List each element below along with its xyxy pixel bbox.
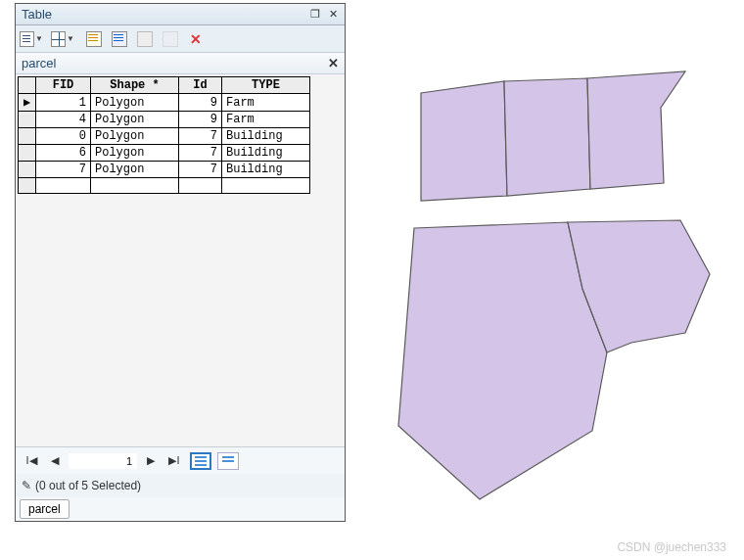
cell-shape[interactable]: Polygon [91, 112, 179, 128]
last-record-button[interactable]: ▶I [164, 452, 184, 470]
cell-type[interactable]: Building [222, 162, 310, 178]
layer-header: parcel ✕ [16, 53, 345, 74]
layer-close-button[interactable]: ✕ [328, 56, 339, 70]
show-selected-button[interactable] [217, 452, 239, 470]
cell-shape[interactable]: Polygon [91, 94, 179, 112]
row-selector[interactable]: ▶ [19, 94, 36, 112]
cell-fid[interactable]: 1 [36, 94, 91, 112]
cell-type[interactable]: Building [222, 128, 310, 145]
table-row[interactable]: 0Polygon7Building [19, 128, 310, 145]
table-header-row: FID Shape * Id TYPE [19, 77, 310, 94]
prev-record-button[interactable]: ◀ [45, 452, 65, 470]
show-all-button[interactable] [190, 452, 211, 470]
table-empty-row [19, 178, 310, 194]
cell-fid[interactable]: 6 [36, 145, 91, 162]
column-header[interactable]: Id [179, 77, 222, 94]
svg-rect-3 [222, 456, 234, 458]
cell-type[interactable]: Farm [222, 94, 310, 112]
cell-type[interactable]: Building [222, 145, 310, 162]
first-record-button[interactable]: I◀ [22, 452, 41, 470]
record-navigator: I◀ ◀ ▶ ▶I [16, 446, 345, 474]
row-selector[interactable] [19, 162, 36, 178]
selection-status: (0 out of 5 Selected) [35, 479, 141, 492]
select-by-attributes-button[interactable] [82, 28, 106, 50]
layer-name: parcel [22, 56, 328, 70]
column-header[interactable]: Shape * [91, 77, 179, 94]
column-header[interactable]: TYPE [222, 77, 310, 94]
watermark: CSDN @juechen333 [617, 540, 726, 554]
titlebar: Table ❐ ✕ [16, 4, 345, 25]
delete-selected-button[interactable]: ✕ [184, 28, 208, 50]
cell-id[interactable]: 7 [179, 145, 222, 162]
svg-rect-0 [195, 456, 207, 458]
table-row[interactable]: 4Polygon9Farm [19, 112, 310, 128]
status-bar: ✎ (0 out of 5 Selected) [16, 474, 345, 497]
row-selector[interactable] [19, 112, 36, 128]
tab-strip: parcel [16, 497, 345, 521]
cell-shape[interactable]: Polygon [91, 145, 179, 162]
cell-id[interactable]: 7 [179, 162, 222, 178]
row-selector-header[interactable] [19, 77, 36, 94]
table-row[interactable]: 6Polygon7Building [19, 145, 310, 162]
pencil-icon: ✎ [22, 479, 31, 492]
record-position-input[interactable] [69, 453, 137, 469]
layer-tab[interactable]: parcel [20, 499, 70, 519]
toolbar: ▼ ▼ ✕ [16, 25, 345, 53]
svg-rect-2 [195, 464, 207, 466]
zoom-selected-button[interactable] [159, 28, 182, 50]
row-selector[interactable] [19, 128, 36, 145]
svg-rect-1 [195, 460, 207, 462]
table-area: FID Shape * Id TYPE ▶1Polygon9Farm4Polyg… [16, 74, 345, 446]
cell-id[interactable]: 7 [179, 128, 222, 145]
row-selector[interactable] [19, 145, 36, 162]
table-window: Table ❐ ✕ ▼ ▼ ✕ parcel ✕ FID Shape * Id … [15, 3, 346, 522]
list-options-button[interactable]: ▼ [20, 28, 43, 50]
table-row[interactable]: ▶1Polygon9Farm [19, 94, 310, 112]
clear-selection-button[interactable] [133, 28, 157, 50]
close-button[interactable]: ✕ [325, 8, 341, 22]
attribute-table[interactable]: FID Shape * Id TYPE ▶1Polygon9Farm4Polyg… [18, 76, 310, 194]
restore-button[interactable]: ❐ [307, 8, 323, 22]
svg-rect-4 [222, 460, 234, 462]
cell-fid[interactable]: 4 [36, 112, 91, 128]
column-header[interactable]: FID [36, 77, 91, 94]
switch-selection-button[interactable] [108, 28, 131, 50]
cell-id[interactable]: 9 [179, 94, 222, 112]
cell-fid[interactable]: 0 [36, 128, 91, 145]
related-tables-button[interactable]: ▼ [51, 28, 74, 50]
cell-type[interactable]: Farm [222, 112, 310, 128]
cell-id[interactable]: 9 [179, 112, 222, 128]
table-row[interactable]: 7Polygon7Building [19, 162, 310, 178]
cell-fid[interactable]: 7 [36, 162, 91, 178]
cell-shape[interactable]: Polygon [91, 128, 179, 145]
next-record-button[interactable]: ▶ [141, 452, 161, 470]
map-view[interactable] [387, 64, 720, 524]
window-title: Table [20, 7, 305, 22]
cell-shape[interactable]: Polygon [91, 162, 179, 178]
